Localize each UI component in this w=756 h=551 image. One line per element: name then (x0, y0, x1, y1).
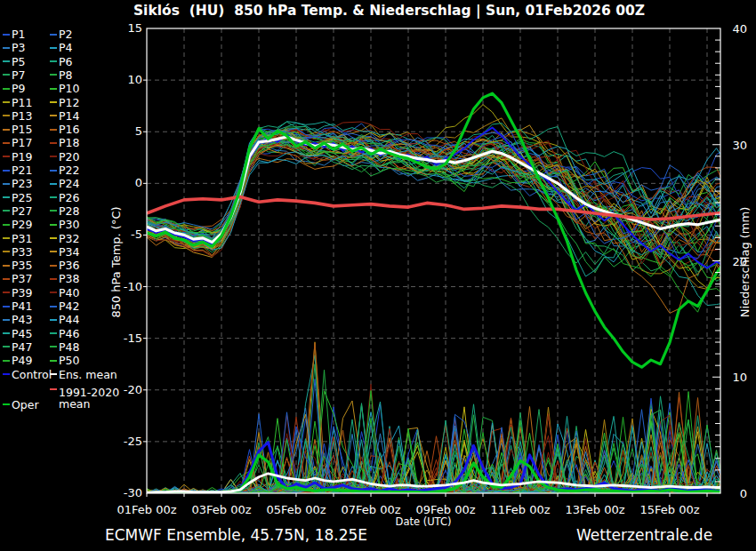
y-left-tick-label: 15 (98, 21, 142, 35)
y-left-tick-label: -30 (98, 486, 142, 499)
y-right-tick-label: 0 (724, 487, 747, 500)
y-right-tick-label: 10 (724, 371, 747, 384)
y-left-tick-label: 0 (98, 176, 142, 189)
footer-branding: Wetterzentrale.de (576, 526, 712, 544)
temp-axis-label: 850 hPa Temp. (°C) (109, 206, 123, 317)
y-left-tick-label: -15 (98, 331, 142, 345)
x-tick-label: 15Feb 00z (630, 503, 710, 516)
date-axis-label: Date (UTC) (370, 515, 477, 528)
y-right-tick-label: 40 (724, 22, 747, 36)
precip-axis-label: Niederschlag (mm) (738, 207, 752, 318)
x-tick-label: 01Feb 00z (107, 503, 187, 516)
y-left-tick-label: -25 (98, 435, 142, 448)
y-right-tick-label: 30 (724, 139, 747, 152)
y-left-tick-label: 10 (98, 73, 142, 86)
y-left-tick-label: -20 (98, 383, 142, 396)
x-tick-label: 11Feb 00z (480, 503, 560, 516)
x-tick-label: 03Feb 00z (181, 503, 261, 516)
x-tick-label: 09Feb 00z (406, 503, 486, 516)
x-tick-label: 05Feb 00z (256, 503, 336, 516)
ensemble-chart: Siklós (HU) 850 hPa Temp. & Niederschlag… (0, 0, 756, 551)
footer-model-info: ECMWF Ensemble, 45.75N, 18.25E (105, 526, 367, 544)
x-tick-label: 07Feb 00z (331, 503, 411, 516)
y-left-tick-label: 5 (98, 124, 142, 138)
x-tick-label: 13Feb 00z (555, 503, 635, 516)
